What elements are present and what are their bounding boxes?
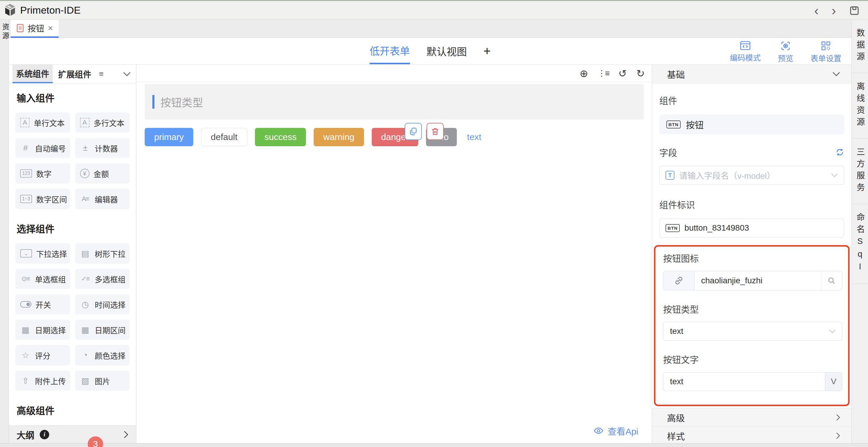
component-item-tree-dropdown[interactable]: ▤树形下拉 — [75, 243, 130, 264]
form-header: 低开表单 默认视图 + 编码模式 — [9, 38, 851, 65]
component-item-date-picker[interactable]: ▦日期选择 — [16, 320, 70, 340]
component-item-auto-number[interactable]: #自动编号 — [16, 138, 70, 158]
nav-forward-icon[interactable]: › — [832, 4, 836, 17]
preview-eye-icon — [780, 41, 791, 51]
radio-list-icon: ⊙≡ — [20, 275, 31, 283]
outline-label: 大纲 — [17, 428, 34, 441]
tab-default-view[interactable]: 默认视图 — [427, 38, 467, 64]
vertical-tab-datasource[interactable]: 数据源 — [852, 20, 868, 73]
view-tabs: 低开表单 默认视图 + — [9, 38, 851, 64]
code-mode-button[interactable]: 编码模式 — [730, 41, 761, 63]
props-section-advanced[interactable]: 高级 — [652, 408, 851, 426]
save-icon[interactable] — [849, 5, 860, 16]
component-item-time-picker[interactable]: ◷时间选择 — [75, 294, 130, 314]
link-icon[interactable] — [663, 271, 694, 290]
sample-button-warning[interactable]: warning — [314, 128, 364, 146]
component-id-input[interactable]: BTN button_83149803 — [659, 218, 844, 237]
checkbox-list-icon: ✓≡ — [80, 275, 91, 283]
component-item-amount[interactable]: ¥金额 — [75, 163, 130, 183]
component-item-multi-line-text[interactable]: A多行文本 — [75, 112, 130, 133]
field-chevron-down-icon[interactable] — [831, 173, 838, 177]
tab-system-components[interactable]: 系统组件 — [12, 65, 53, 83]
delete-component-button[interactable] — [427, 123, 444, 140]
button-text-input-group: text V — [663, 372, 842, 391]
image-icon: ▨ — [80, 376, 91, 386]
bottom-collapsed-strip — [0, 443, 868, 447]
button-type-label: 按钮类型 — [663, 302, 842, 315]
component-item-counter[interactable]: ±计数器 — [75, 138, 130, 158]
component-item-date-range[interactable]: ▦日期区间 — [75, 320, 130, 340]
field-name-input[interactable]: T 请输入字段名（v-model） — [659, 166, 844, 185]
button-type-select[interactable]: text — [663, 322, 842, 341]
doc-tab-label: 按钮 — [28, 22, 44, 34]
vertical-tab-named-sql[interactable]: 命名Sql — [852, 204, 868, 284]
clock-icon: ◷ — [80, 300, 91, 309]
component-item-number[interactable]: 123数字 — [16, 163, 70, 183]
sample-button-default[interactable]: default — [201, 128, 247, 146]
upload-icon: ⇧ — [20, 376, 31, 386]
tab-extension-components[interactable]: 扩展组件 — [55, 65, 95, 83]
button-icon-value[interactable]: chaolianjie_fuzhi — [694, 271, 821, 290]
tab-lowcode-form[interactable]: 低开表单 — [370, 38, 410, 64]
btn-chip-icon: BTN — [666, 121, 681, 129]
globe-icon[interactable]: ⊕ — [580, 68, 588, 78]
single-line-text-icon: A — [20, 118, 30, 127]
section-title-input: 输入组件 — [17, 91, 129, 104]
number-range-icon: 1~3 — [20, 195, 32, 203]
add-view-icon[interactable]: + — [484, 38, 491, 64]
component-item-image[interactable]: ▨图片 — [75, 371, 130, 391]
hash-icon: # — [20, 143, 31, 153]
view-api-link[interactable]: 查看Api — [593, 424, 638, 437]
section-accent-bar — [152, 95, 154, 109]
component-item-editor[interactable]: A≡编辑器 — [75, 189, 130, 209]
component-item-file-upload[interactable]: ⇧附件上传 — [16, 371, 70, 391]
close-tab-icon[interactable]: × — [48, 24, 53, 33]
component-item-switch[interactable]: 开关 — [16, 294, 70, 314]
search-icon[interactable] — [821, 271, 842, 290]
section-title-select: 选择组件 — [17, 221, 129, 235]
preview-button[interactable]: 预览 — [778, 41, 793, 63]
button-text-label: 按钮文字 — [663, 352, 842, 366]
props-section-basic[interactable]: 基础 — [652, 65, 851, 83]
collapse-panel-chevron-down-icon[interactable] — [123, 72, 131, 76]
nav-back-icon[interactable]: ‹ — [814, 4, 819, 17]
component-item-radio-group[interactable]: ⊙≡单选框组 — [16, 269, 70, 289]
sample-button-primary[interactable]: primary — [145, 128, 193, 146]
calendar-range-icon: ▦ — [80, 325, 91, 335]
selected-component-actions — [405, 123, 444, 140]
component-item-number-range[interactable]: 1~3数字区间 — [16, 189, 70, 209]
outline-chevron-right-icon[interactable] — [124, 431, 128, 438]
refresh-icon[interactable] — [835, 148, 844, 157]
props-section-style[interactable]: 样式 — [652, 426, 851, 445]
vertical-tab-third-party-services[interactable]: 三方服务 — [852, 139, 868, 204]
vertical-tab-offline-resources[interactable]: 离线资源 — [852, 73, 868, 139]
form-settings-button[interactable]: 表单设置 — [810, 41, 841, 63]
component-panel-tabs: 系统组件 扩展组件 ≡ — [9, 65, 136, 83]
component-item-color-picker[interactable]: ◔颜色选择 — [75, 345, 130, 365]
code-window-icon — [740, 41, 751, 50]
doc-tab-button[interactable]: 按钮 × — [11, 20, 59, 38]
copy-component-button[interactable] — [405, 123, 422, 140]
component-item-checkbox-group[interactable]: ✓≡多选框组 — [75, 269, 130, 289]
title-bar: Primeton-IDE ‹ › — [0, 0, 868, 20]
left-resource-strip: 资源 — [0, 20, 9, 443]
button-text-input[interactable]: text — [663, 372, 825, 391]
redo-icon[interactable]: ↻ — [637, 68, 645, 78]
list-view-icon[interactable]: ≡ — [99, 69, 103, 78]
undo-icon[interactable]: ↺ — [618, 68, 627, 78]
sample-button-success[interactable]: success — [255, 128, 306, 146]
component-name: 按钮 — [686, 118, 704, 131]
section-title-advanced: 高级组件 — [17, 403, 129, 417]
button-icon-label: 按钮图标 — [663, 251, 842, 264]
sample-button-text[interactable]: text — [465, 128, 484, 146]
component-item-dropdown-select[interactable]: ⌄下拉选择 — [16, 243, 70, 264]
multi-line-text-icon: A — [80, 118, 90, 127]
canvas-section-header[interactable]: 按钮类型 — [145, 84, 644, 119]
info-icon[interactable]: i — [40, 430, 49, 439]
outline-bar[interactable]: 大纲 i — [9, 425, 136, 443]
variable-addon-button[interactable]: V — [825, 372, 842, 391]
component-item-single-line-text[interactable]: A单行文本 — [16, 112, 70, 133]
outline-tree-icon[interactable]: ⋮≡ — [598, 69, 609, 77]
component-item-rating[interactable]: ☆评分 — [16, 345, 70, 365]
right-panel-strip: 数据源 离线资源 三方服务 命名Sql — [851, 20, 868, 443]
